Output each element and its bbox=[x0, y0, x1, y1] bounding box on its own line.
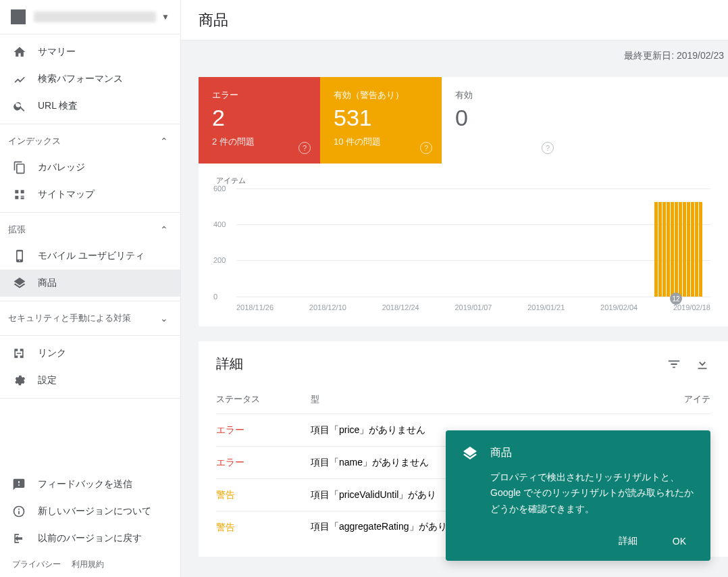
download-icon[interactable] bbox=[694, 356, 710, 372]
chevron-down-icon: ⌄ bbox=[160, 313, 168, 324]
sidebar-item-performance[interactable]: 検索パフォーマンス bbox=[0, 66, 180, 93]
x-tick: 2019/02/04 bbox=[600, 303, 638, 311]
chart-y-title: アイテム bbox=[216, 176, 710, 186]
footer-link-privacy[interactable]: プライバシー bbox=[12, 559, 61, 570]
nav-tools: リンク 設定 bbox=[0, 336, 180, 399]
sidebar-item-label: 商品 bbox=[38, 277, 57, 289]
phone-icon bbox=[12, 249, 27, 264]
row-status: エラー bbox=[216, 424, 311, 436]
card-label: エラー bbox=[212, 89, 307, 101]
col-type: 型 bbox=[311, 393, 670, 405]
col-status: ステータス bbox=[216, 393, 311, 405]
y-tick: 400 bbox=[213, 220, 226, 228]
sidebar-item-label: サマリー bbox=[38, 46, 76, 58]
sidebar-item-label: カバレッジ bbox=[38, 161, 85, 174]
search-icon bbox=[12, 99, 27, 114]
page-header: 商品 bbox=[181, 0, 728, 41]
x-axis: 2018/11/26 2018/12/10 2018/12/24 2019/01… bbox=[236, 303, 710, 311]
row-status: エラー bbox=[216, 457, 311, 469]
details-header: 詳細 bbox=[216, 355, 710, 373]
x-tick: 2018/11/26 bbox=[236, 303, 274, 311]
y-tick: 600 bbox=[213, 184, 226, 193]
info-icon bbox=[12, 505, 27, 518]
sidebar-item-label: フィードバックを送信 bbox=[38, 478, 132, 491]
info-toast: 商品 プロパティで検出されたリッチリザルトと、Google でそのリッチリザルト… bbox=[446, 430, 710, 561]
x-tick: 2019/01/07 bbox=[454, 303, 492, 311]
nav-section-enhance: 拡張⌃ モバイル ユーザビリティ 商品 bbox=[0, 213, 180, 301]
nav-primary: サマリー 検索パフォーマンス URL 検査 bbox=[0, 34, 180, 124]
table-header: ステータス 型 アイテ bbox=[216, 393, 710, 413]
card-label: 有効 bbox=[455, 89, 550, 101]
layers-icon bbox=[462, 445, 478, 461]
x-tick: 2019/01/21 bbox=[527, 303, 565, 311]
nav-section-index: インデックス⌃ カバレッジ サイトマップ bbox=[0, 124, 180, 213]
chart-area: 600 400 200 0 12 bbox=[216, 189, 710, 297]
info-icon[interactable]: ? bbox=[542, 142, 554, 154]
property-icon bbox=[11, 9, 26, 24]
chart: アイテム 600 400 200 0 12 2018/11/26 2018/12… bbox=[199, 164, 728, 326]
x-tick: 2018/12/24 bbox=[382, 303, 419, 311]
section-toggle-enhance[interactable]: 拡張⌃ bbox=[0, 217, 180, 243]
sidebar-item-links[interactable]: リンク bbox=[0, 340, 180, 367]
sidebar-item-label: 新しいバージョンについて bbox=[38, 505, 151, 518]
property-name-redacted bbox=[34, 11, 156, 22]
sidebar-item-label: URL 検査 bbox=[38, 100, 78, 112]
section-toggle-index[interactable]: インデックス⌃ bbox=[0, 128, 180, 154]
info-icon[interactable]: ? bbox=[298, 142, 311, 154]
section-toggle-security[interactable]: セキュリティと手動による対策⌄ bbox=[0, 305, 180, 331]
sidebar-item-feedback[interactable]: フィードバックを送信 bbox=[0, 471, 180, 498]
sidebar-item-revert[interactable]: 以前のバージョンに戻す bbox=[0, 525, 180, 552]
stats-panel: エラー 2 2 件の問題 ? 有効（警告あり） 531 10 件の問題 ? 有効… bbox=[199, 77, 728, 326]
nav-section-security: セキュリティと手動による対策⌄ bbox=[0, 301, 180, 336]
sidebar-item-label: 設定 bbox=[38, 374, 57, 386]
toast-title: 商品 bbox=[490, 446, 512, 460]
card-warning[interactable]: 有効（警告あり） 531 10 件の問題 ? bbox=[320, 77, 442, 164]
card-value: 2 bbox=[212, 104, 307, 132]
layers-icon bbox=[12, 276, 27, 291]
sidebar-item-coverage[interactable]: カバレッジ bbox=[0, 154, 180, 181]
filter-icon[interactable] bbox=[666, 356, 682, 372]
sidebar-item-summary[interactable]: サマリー bbox=[0, 39, 180, 66]
y-tick: 200 bbox=[213, 256, 226, 264]
sidebar: ▼ サマリー 検索パフォーマンス URL 検査 インデックス⌃ カバレッジ サイ… bbox=[0, 0, 181, 577]
sidebar-bottom: フィードバックを送信 新しいバージョンについて 以前のバージョンに戻す プライバ… bbox=[0, 471, 180, 577]
sidebar-item-settings[interactable]: 設定 bbox=[0, 367, 180, 394]
card-valid[interactable]: 有効 0 ? bbox=[442, 77, 563, 164]
card-sub: 2 件の問題 bbox=[212, 136, 307, 148]
copy-icon bbox=[12, 160, 27, 175]
sidebar-item-url-inspect[interactable]: URL 検査 bbox=[0, 93, 180, 120]
feedback-icon bbox=[12, 478, 27, 491]
stat-cards: エラー 2 2 件の問題 ? 有効（警告あり） 531 10 件の問題 ? 有効… bbox=[199, 77, 728, 164]
toast-ok-button[interactable]: OK bbox=[665, 530, 694, 553]
info-icon[interactable]: ? bbox=[420, 142, 432, 154]
sidebar-item-label: 検索パフォーマンス bbox=[38, 73, 123, 85]
card-sub: 10 件の問題 bbox=[334, 136, 428, 148]
exit-icon bbox=[12, 532, 27, 545]
sidebar-item-products[interactable]: 商品 bbox=[0, 270, 180, 297]
x-tick: 2018/12/10 bbox=[309, 303, 346, 311]
col-item: アイテ bbox=[670, 393, 710, 405]
link-icon bbox=[12, 347, 27, 360]
card-value: 531 bbox=[334, 104, 428, 132]
home-icon bbox=[12, 45, 27, 59]
sitemap-icon bbox=[12, 187, 27, 202]
sidebar-item-sitemaps[interactable]: サイトマップ bbox=[0, 181, 180, 208]
sidebar-item-about[interactable]: 新しいバージョンについて bbox=[0, 498, 180, 525]
toast-detail-button[interactable]: 詳細 bbox=[610, 530, 646, 553]
sidebar-item-label: モバイル ユーザビリティ bbox=[38, 250, 145, 262]
page-title: 商品 bbox=[199, 10, 228, 30]
trend-icon bbox=[12, 72, 27, 86]
last-updated: 最終更新日: 2019/02/23 bbox=[181, 41, 728, 62]
footer-links: プライバシー 利用規約 bbox=[0, 552, 180, 577]
footer-link-terms[interactable]: 利用規約 bbox=[72, 559, 104, 570]
property-selector[interactable]: ▼ bbox=[0, 0, 180, 34]
card-error[interactable]: エラー 2 2 件の問題 ? bbox=[199, 77, 320, 164]
sidebar-item-mobile[interactable]: モバイル ユーザビリティ bbox=[0, 243, 180, 270]
details-title: 詳細 bbox=[216, 355, 654, 373]
chevron-down-icon: ▼ bbox=[161, 12, 170, 22]
card-value: 0 bbox=[455, 104, 550, 132]
y-tick: 0 bbox=[213, 293, 217, 301]
main-content: 商品 最終更新日: 2019/02/23 エラー 2 2 件の問題 ? 有効（警… bbox=[181, 0, 728, 577]
toast-body: プロパティで検出されたリッチリザルトと、Google でそのリッチリザルトが読み… bbox=[490, 470, 694, 518]
row-status: 警告 bbox=[216, 489, 311, 501]
